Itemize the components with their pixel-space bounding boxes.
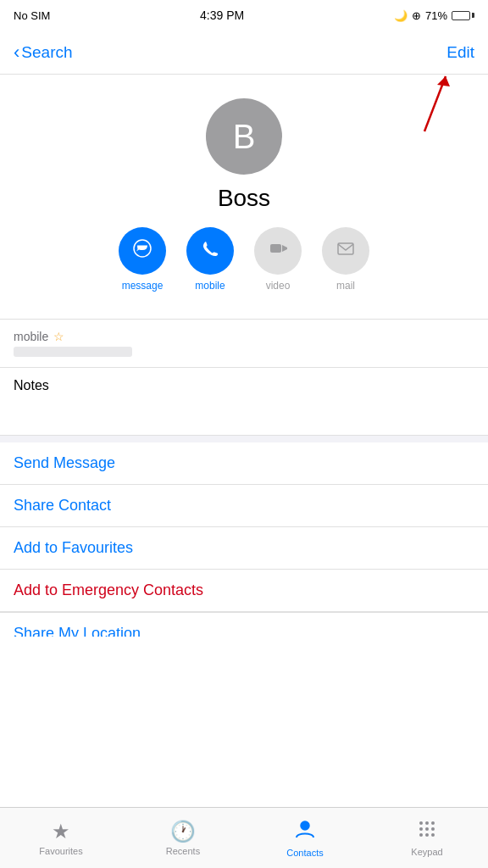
mail-action-button[interactable]: mail: [322, 227, 369, 292]
svg-rect-3: [270, 244, 281, 253]
tab-recents[interactable]: 🕐 Recents: [122, 820, 244, 856]
mobile-field-label: mobile ☆: [14, 330, 474, 343]
mobile-circle: [186, 227, 234, 275]
chevron-left-icon: ‹: [14, 42, 19, 64]
time-label: 4:39 PM: [200, 8, 244, 22]
video-icon: [267, 237, 289, 264]
tab-favourites[interactable]: ★ Favourites: [0, 820, 122, 856]
mobile-info-row: mobile ☆: [0, 320, 488, 368]
mail-label: mail: [336, 280, 355, 292]
svg-marker-4: [282, 245, 287, 252]
nav-bar: ‹ Search Edit: [0, 31, 488, 75]
favourites-label: Favourites: [39, 846, 82, 856]
message-label: message: [122, 280, 164, 292]
battery-percent: 71%: [425, 9, 447, 22]
phone-icon: [199, 237, 221, 264]
contact-name: Boss: [218, 185, 270, 212]
add-to-favourites-button[interactable]: Add to Favourites: [0, 527, 488, 570]
edit-button[interactable]: Edit: [446, 43, 474, 62]
keypad-label: Keypad: [411, 847, 442, 857]
phone-number-blurred: [14, 347, 132, 357]
star-icon[interactable]: ☆: [53, 330, 64, 343]
contact-header: B Boss message: [0, 75, 488, 312]
notes-row: Notes: [0, 368, 488, 436]
svg-point-8: [419, 821, 423, 825]
contacts-icon: [294, 818, 316, 845]
share-contact-button[interactable]: Share Contact: [0, 485, 488, 527]
carrier-label: No SIM: [14, 9, 50, 22]
message-action-button[interactable]: message: [119, 227, 166, 292]
svg-point-15: [425, 833, 429, 837]
status-bar: No SIM 4:39 PM 🌙 ⊕ 71%: [0, 0, 488, 31]
mobile-action-button[interactable]: mobile: [186, 227, 234, 292]
tab-contacts[interactable]: Contacts: [244, 818, 366, 858]
mail-icon: [335, 237, 357, 264]
favourites-icon: ★: [52, 820, 70, 843]
svg-point-16: [431, 833, 435, 837]
mobile-label: mobile: [195, 280, 225, 292]
svg-rect-5: [338, 243, 353, 254]
contacts-label: Contacts: [286, 848, 323, 858]
avatar-initial: B: [233, 118, 256, 156]
lock-icon: ⊕: [412, 9, 421, 22]
video-action-button[interactable]: video: [254, 227, 302, 292]
avatar: B: [206, 98, 282, 175]
svg-point-13: [431, 827, 435, 831]
info-section: mobile ☆ Notes: [0, 319, 488, 436]
svg-point-10: [431, 821, 435, 825]
tab-bar: ★ Favourites 🕐 Recents Contacts: [0, 807, 488, 868]
recents-label: Recents: [166, 846, 200, 856]
mail-circle: [322, 227, 369, 275]
add-to-emergency-button[interactable]: Add to Emergency Contacts: [0, 570, 488, 612]
svg-point-9: [425, 821, 429, 825]
notes-label: Notes: [14, 378, 474, 393]
svg-point-12: [425, 827, 429, 831]
video-circle: [254, 227, 302, 275]
message-icon: [131, 237, 153, 264]
status-right: 🌙 ⊕ 71%: [394, 9, 474, 22]
keypad-icon: [417, 819, 437, 844]
tab-keypad[interactable]: Keypad: [366, 819, 488, 857]
back-label: Search: [21, 43, 72, 62]
battery-icon: [452, 11, 474, 20]
video-label: video: [266, 280, 291, 292]
moon-icon: 🌙: [394, 9, 408, 22]
action-buttons: message mobile: [119, 227, 369, 292]
svg-point-14: [419, 833, 423, 837]
back-button[interactable]: ‹ Search: [14, 42, 73, 64]
svg-point-11: [419, 827, 423, 831]
recents-icon: 🕐: [170, 820, 196, 843]
action-list: Send Message Share Contact Add to Favour…: [0, 436, 488, 612]
send-message-button[interactable]: Send Message: [0, 442, 488, 485]
share-my-location-button[interactable]: Share My Location: [0, 612, 488, 637]
message-circle: [119, 227, 166, 275]
svg-point-7: [301, 821, 309, 830]
